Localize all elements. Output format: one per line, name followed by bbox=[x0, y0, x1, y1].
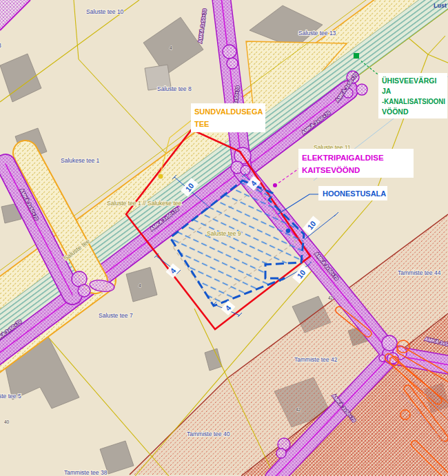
plan-map-canvas: 10 4 10 10 4 4 AMKA 3x50+70 AMKA 3x50+70… bbox=[0, 0, 448, 476]
building bbox=[143, 17, 203, 75]
building bbox=[126, 267, 157, 302]
parcel-label: Tammiste tee 38 bbox=[64, 469, 108, 476]
parcel-label: Saluste tee 13 bbox=[298, 30, 336, 37]
parcel-label: Saluste tee 5 bbox=[0, 393, 21, 400]
corner-cable-zone bbox=[0, 0, 30, 30]
parcel-label: Tammiste tee 40 bbox=[187, 431, 230, 437]
parcel-label: Tammiste tee 42 bbox=[294, 356, 338, 363]
dimension-label-4-left: 4 bbox=[165, 263, 180, 278]
parcel-label: Saluste tee 10 bbox=[86, 8, 124, 15]
callout-text: VÖÖND bbox=[382, 107, 409, 116]
parcel-label: Saluste tee 8 bbox=[157, 85, 192, 92]
callout-hoonestusala: HOONESTUSALA bbox=[278, 186, 387, 214]
callout-text: ELEKTRIPAIGALDISE bbox=[302, 154, 384, 162]
building-mark: 42 bbox=[328, 296, 334, 300]
callout-electrical: ELEKTRIPAIGALDISE KAITSEVÖÖND bbox=[273, 149, 414, 187]
parcel-label: Tammiste tee 44 bbox=[398, 269, 441, 276]
callout-text: SUNDVALDUSEGA bbox=[194, 107, 263, 116]
building bbox=[0, 54, 41, 102]
callout-text: JA bbox=[382, 87, 391, 95]
parcel-label: Lust bbox=[434, 2, 447, 9]
building-mark: 40 bbox=[4, 420, 10, 424]
dimension-label-10-corridor: 10 bbox=[303, 216, 320, 234]
cable-label: AMKA 3x50+70 bbox=[198, 8, 207, 43]
building-mark: 4 bbox=[139, 283, 141, 288]
building-mark: 4 bbox=[170, 45, 172, 50]
parcel-label: Saluste tee 9 bbox=[207, 230, 241, 237]
building bbox=[205, 349, 222, 371]
plan-map[interactable]: 10 4 10 10 4 4 AMKA 3x50+70 AMKA 3x50+70… bbox=[0, 0, 448, 476]
point-marker-blue bbox=[286, 229, 290, 233]
building-mark: 42 bbox=[296, 407, 301, 412]
callout-text: ÜHISVEEVÄRGI bbox=[382, 76, 436, 85]
parcel-label: Saluste tee 3 bbox=[0, 42, 1, 49]
leader-dot-yellow bbox=[159, 174, 163, 179]
parcel-label: Salukese tee 1 bbox=[61, 157, 100, 164]
leader-dot-magenta bbox=[273, 183, 277, 187]
callout-text: -KANALISATSIOONI bbox=[382, 97, 445, 105]
callout-text: HOONESTUSALA bbox=[323, 189, 386, 198]
callout-text: KAITSEVÖÖND bbox=[302, 166, 360, 174]
water-marker-square bbox=[354, 53, 359, 59]
parcel-label: Saluste tee 1 // Salukese tee bbox=[107, 200, 181, 207]
parcel-label: Saluste tee 7 bbox=[99, 312, 133, 319]
callout-text: TEE bbox=[194, 120, 209, 128]
